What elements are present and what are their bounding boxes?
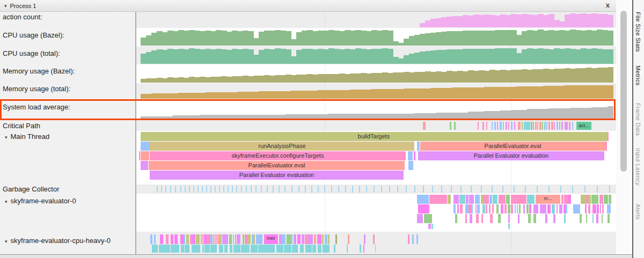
critical-path-segment[interactable]: [565, 122, 568, 130]
gc-tick[interactable]: [193, 186, 194, 193]
gc-tick[interactable]: [236, 186, 237, 193]
thread-slice[interactable]: [375, 245, 376, 253]
tab-frame-data[interactable]: Frame Data: [635, 103, 641, 136]
thread-slice[interactable]: [363, 245, 364, 253]
thread-slice[interactable]: [160, 234, 163, 244]
thread-slice[interactable]: [506, 195, 510, 204]
gc-tick[interactable]: [423, 186, 424, 193]
thread-slice[interactable]: [334, 245, 335, 253]
critical-path-segment[interactable]: [561, 122, 563, 130]
critical-path-action-block[interactable]: act...: [576, 122, 591, 130]
thread-row-skyframe-evaluator-0[interactable]: ▾skyframe-evaluator-0: [5, 197, 76, 205]
process-header[interactable]: ▾ Process 1 x: [0, 0, 616, 12]
thread-slice[interactable]: [602, 204, 604, 213]
thread-slice[interactable]: [159, 245, 166, 253]
thread-slice[interactable]: [266, 245, 272, 253]
thread-slice[interactable]: [224, 245, 228, 253]
thread-slice[interactable]: [259, 234, 262, 244]
gc-tick[interactable]: [206, 186, 207, 193]
thread-slice[interactable]: [186, 234, 189, 244]
gc-tick[interactable]: [223, 186, 224, 193]
thread-slice[interactable]: [586, 214, 587, 223]
tab-input-latency[interactable]: Input Latency: [635, 148, 641, 186]
thread-slice[interactable]: [608, 214, 610, 223]
thread-slice[interactable]: [519, 195, 526, 204]
thread-slice[interactable]: [317, 234, 321, 244]
critical-path-segment[interactable]: [572, 122, 573, 130]
thread-slice[interactable]: [518, 214, 519, 223]
gc-tick[interactable]: [471, 186, 472, 193]
thread-slice[interactable]: [519, 204, 521, 213]
thread-slice[interactable]: [312, 245, 316, 253]
gc-tick[interactable]: [414, 186, 415, 193]
main-thread-slice[interactable]: [141, 142, 150, 151]
thread-slice[interactable]: [564, 195, 568, 204]
thread-slice[interactable]: [431, 224, 433, 229]
thread-slice[interactable]: m...: [536, 195, 560, 204]
close-button[interactable]: x: [606, 1, 610, 9]
thread-slice[interactable]: [292, 245, 298, 253]
thread-slice[interactable]: [233, 234, 234, 244]
gc-tick[interactable]: [185, 186, 186, 193]
thread-slice[interactable]: [455, 214, 457, 223]
gc-tick[interactable]: [318, 186, 319, 193]
critical-path-segment[interactable]: [508, 122, 509, 130]
thread-slice[interactable]: [408, 234, 409, 244]
main-thread-slice[interactable]: [414, 151, 415, 160]
critical-path-segment[interactable]: [535, 122, 537, 130]
collapse-triangle-icon[interactable]: ▾: [4, 3, 7, 9]
thread-slice[interactable]: [185, 245, 189, 253]
thread-slice[interactable]: [258, 245, 266, 253]
thread-slice[interactable]: [545, 214, 547, 223]
thread-slice[interactable]: [527, 195, 533, 204]
thread-slice[interactable]: [568, 195, 571, 204]
gc-tick[interactable]: [161, 186, 162, 193]
gc-tick[interactable]: [366, 186, 367, 193]
critical-path-segment[interactable]: [544, 122, 546, 130]
thread-slice[interactable]: [533, 214, 536, 223]
thread-slice[interactable]: [210, 245, 217, 253]
tab-file-size-stats[interactable]: File Size Stats: [635, 12, 641, 52]
gc-tick[interactable]: [460, 186, 462, 193]
thread-slice[interactable]: [237, 234, 240, 244]
thread-slice[interactable]: [486, 204, 487, 213]
thread-slice[interactable]: [424, 214, 432, 223]
thread-slice[interactable]: [490, 214, 493, 223]
thread-slice[interactable]: [418, 204, 429, 213]
main-thread-slice[interactable]: ParallelEvaluator.eval: [149, 161, 405, 170]
thread-slice[interactable]: [609, 195, 611, 204]
thread-slice[interactable]: [564, 214, 566, 223]
thread-slice[interactable]: [533, 195, 535, 204]
thread-slice[interactable]: [607, 204, 611, 213]
thread-slice[interactable]: [448, 195, 451, 204]
thread-slice[interactable]: [294, 234, 296, 244]
gc-tick[interactable]: [451, 186, 452, 193]
panel-divider[interactable]: [135, 12, 136, 254]
thread-slice[interactable]: [511, 195, 519, 204]
thread-slice[interactable]: [235, 234, 236, 244]
thread-slice[interactable]: [219, 245, 223, 253]
gc-tick[interactable]: [219, 186, 220, 193]
thread-slice[interactable]: [484, 195, 489, 204]
thread-slice[interactable]: [481, 214, 483, 223]
thread-slice[interactable]: [201, 234, 202, 244]
gc-tick[interactable]: [389, 186, 390, 193]
gc-tick[interactable]: [251, 186, 252, 193]
gc-tick[interactable]: [584, 186, 586, 193]
thread-slice[interactable]: [493, 195, 497, 204]
thread-slice[interactable]: [526, 204, 529, 213]
critical-path-segment[interactable]: [511, 122, 513, 130]
gc-tick[interactable]: [381, 186, 382, 193]
thread-slice[interactable]: [585, 204, 587, 213]
gc-tick[interactable]: [210, 186, 211, 193]
thread-slice[interactable]: [174, 245, 179, 253]
thread-slice[interactable]: [226, 234, 228, 244]
critical-path-segment[interactable]: [557, 122, 558, 130]
thread-slice[interactable]: [253, 234, 255, 244]
thread-slice[interactable]: [184, 234, 185, 244]
thread-slice[interactable]: [229, 234, 232, 244]
critical-path-segment[interactable]: [551, 122, 553, 130]
thread-slice[interactable]: [213, 234, 214, 244]
main-thread-slice[interactable]: [141, 161, 148, 170]
thread-slice[interactable]: [216, 234, 217, 244]
